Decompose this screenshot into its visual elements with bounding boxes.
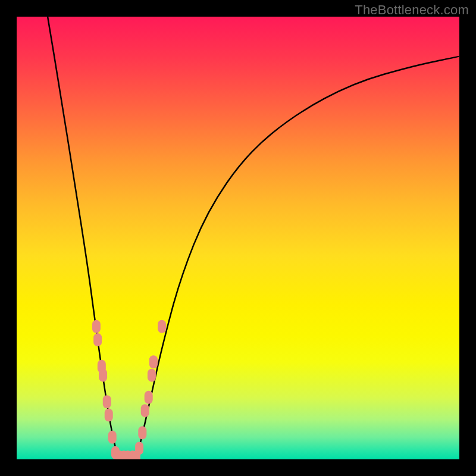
marker-right-4	[141, 404, 149, 417]
marker-left-0	[92, 320, 101, 333]
curve-curve-right	[136, 57, 459, 459]
chart-frame: TheBottleneck.com	[0, 0, 476, 476]
watermark-label: TheBottleneck.com	[355, 2, 469, 18]
marker-right-7	[149, 355, 158, 368]
marker-group	[92, 320, 166, 459]
marker-left-1	[93, 333, 102, 346]
plot-area	[17, 17, 459, 459]
marker-left-3	[99, 369, 107, 382]
curve-curve-left	[48, 17, 118, 459]
marker-right-8	[158, 320, 166, 333]
marker-right-3	[138, 426, 146, 439]
marker-right-5	[145, 391, 153, 404]
marker-left-5	[105, 409, 113, 422]
marker-right-6	[148, 369, 156, 382]
marker-left-4	[103, 395, 111, 408]
marker-right-2	[135, 441, 143, 455]
marker-left-6	[108, 431, 117, 444]
chart-svg	[17, 17, 459, 459]
curve-group	[48, 17, 459, 459]
